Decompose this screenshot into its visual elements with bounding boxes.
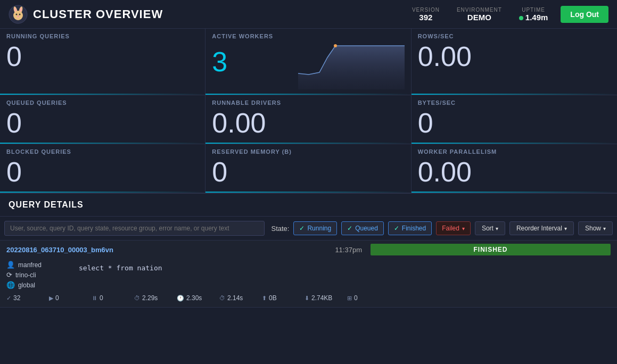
- query-time: 11:37pm: [122, 246, 362, 254]
- metric-label-reserved-memory: RESERVED MEMORY (B): [212, 148, 404, 155]
- query-id[interactable]: 20220816_063710_00003_bm6vn: [6, 246, 113, 254]
- metric-underline-active: [205, 94, 410, 95]
- metric-underline-bytes: [412, 143, 617, 144]
- metric-value-running: 0: [6, 42, 199, 72]
- header: CLUSTER OVERVIEW VERSION 392 ENVIRONMENT…: [0, 0, 617, 29]
- filter-queued-button[interactable]: ✓ Queued: [341, 221, 384, 235]
- metric-label-rows-sec: ROWS/SEC: [418, 33, 611, 39]
- metric-value-bytes-sec: 0: [418, 108, 611, 138]
- stat-checks: ✓ 32: [6, 293, 49, 303]
- metric-label-queued: QUEUED QUERIES: [6, 100, 199, 106]
- filter-running-button[interactable]: ✓ Running: [293, 221, 337, 235]
- sort-button[interactable]: Sort ▾: [475, 221, 505, 235]
- reorder-interval-button[interactable]: Reorder Interval ▾: [509, 221, 574, 235]
- metric-value-worker-parallelism: 0.00: [418, 157, 611, 187]
- sort-label: Sort: [482, 225, 493, 232]
- filter-finished-label: Finished: [402, 225, 426, 232]
- uptime-value: 1.49m: [519, 13, 548, 22]
- metric-label-blocked: BLOCKED QUERIES: [6, 148, 199, 155]
- environment-meta: ENVIRONMENT DEMO: [457, 7, 502, 22]
- metric-underline-blocked: [0, 192, 205, 193]
- chart-area: 3: [212, 42, 404, 89]
- logo-icon: [9, 5, 28, 24]
- svg-point-7: [19, 13, 21, 15]
- show-label: Show: [585, 225, 601, 232]
- stat-data2-value: 2.74KB: [311, 294, 332, 302]
- stat-play: ▶ 0: [49, 293, 92, 303]
- stat-data1-value: 0B: [269, 294, 277, 302]
- state-label: State:: [271, 225, 289, 233]
- metric-value-reserved-memory: 0: [212, 157, 404, 187]
- uptime-dot: [519, 16, 523, 20]
- stat-data2: ⬇ 2.74KB: [305, 293, 347, 303]
- query-source: trino-cli: [15, 271, 36, 279]
- metric-value-runnable: 0.00: [212, 108, 404, 138]
- svg-marker-10: [298, 46, 405, 89]
- uptime-meta: UPTIME 1.49m: [519, 7, 548, 22]
- metric-underline: [0, 94, 205, 95]
- finished-check-icon: ✓: [394, 225, 399, 232]
- metric-value-queued: 0: [6, 108, 199, 138]
- metric-label-running: RUNNING QUERIES: [6, 33, 199, 39]
- stat-grid: ⊞ 0: [347, 293, 390, 303]
- show-caret-icon: ▾: [603, 226, 606, 231]
- metric-underline-rows: [412, 94, 617, 95]
- play-stat-icon: ▶: [49, 295, 53, 302]
- metric-label-active-workers: ACTIVE WORKERS: [212, 33, 404, 39]
- pause-stat-icon: ⏸: [92, 295, 97, 301]
- search-input[interactable]: [4, 221, 265, 236]
- filter-running-label: Running: [307, 225, 331, 232]
- stat-grid-value: 0: [354, 294, 358, 302]
- version-value: 392: [419, 13, 432, 22]
- sort-caret-icon: ▾: [496, 226, 498, 231]
- active-workers-chart: [298, 42, 405, 89]
- metric-label-worker-parallelism: WORKER PARALLELISM: [418, 148, 611, 155]
- show-button[interactable]: Show ▾: [578, 221, 613, 235]
- metric-value-rows-sec: 0.00: [418, 42, 611, 72]
- environment-label: ENVIRONMENT: [457, 7, 502, 13]
- query-row-header: 20220816_063710_00003_bm6vn 11:37pm FINI…: [0, 241, 617, 259]
- query-user: manfred: [18, 261, 42, 269]
- version-label: VERSION: [412, 7, 440, 13]
- uptime-label: UPTIME: [522, 7, 545, 13]
- query-details-header: QUERY DETAILS: [0, 194, 617, 217]
- stat-play-value: 0: [55, 294, 59, 302]
- query-detail-row: 👤 manfred ⟳ trino-cli 🌐 global select * …: [0, 259, 617, 291]
- failed-caret-icon: ▾: [462, 226, 465, 231]
- svg-point-11: [334, 44, 337, 47]
- metric-running-queries: RUNNING QUERIES 0: [0, 29, 205, 95]
- filter-failed-label: Failed: [442, 225, 459, 232]
- logout-button[interactable]: Log Out: [561, 6, 608, 23]
- filter-finished-button[interactable]: ✓ Finished: [388, 221, 432, 235]
- metric-worker-parallelism: WORKER PARALLELISM 0.00: [412, 144, 617, 193]
- metric-queued-queries: QUEUED QUERIES 0: [0, 95, 205, 144]
- stat-time2-value: 2.30s: [186, 294, 202, 302]
- reorder-caret-icon: ▾: [564, 226, 567, 231]
- stat-pause: ⏸ 0: [92, 293, 134, 303]
- filter-failed-button[interactable]: Failed ▾: [436, 221, 471, 235]
- query-section: QUERY DETAILS State: ✓ Running ✓ Queued …: [0, 194, 617, 308]
- filter-bar: State: ✓ Running ✓ Queued ✓ Finished Fai…: [0, 217, 617, 241]
- grid-stat-icon: ⊞: [347, 295, 352, 302]
- metric-rows-sec: ROWS/SEC 0.00: [412, 29, 617, 95]
- version-meta: VERSION 392: [412, 7, 440, 22]
- metric-value-active-workers: 3: [212, 46, 227, 78]
- data2-icon: ⬇: [305, 295, 309, 302]
- user-item-user: 👤 manfred: [6, 261, 70, 269]
- timer3-icon: ⏱: [219, 295, 225, 301]
- metrics-grid: RUNNING QUERIES 0 ACTIVE WORKERS 3: [0, 29, 617, 194]
- query-row: 20220816_063710_00003_bm6vn 11:37pm FINI…: [0, 241, 617, 308]
- query-resource-group: global: [18, 282, 35, 289]
- stat-time2: 🕐 2.30s: [177, 293, 219, 303]
- filter-queued-label: Queued: [355, 225, 378, 232]
- metric-reserved-memory: RESERVED MEMORY (B) 0: [205, 144, 411, 193]
- query-section-title: QUERY DETAILS: [9, 200, 84, 209]
- data1-icon: ⬆: [262, 295, 267, 302]
- logo: CLUSTER OVERVIEW: [9, 5, 163, 24]
- metric-active-workers: ACTIVE WORKERS 3: [205, 29, 411, 95]
- stat-pause-value: 0: [100, 294, 103, 302]
- user-item-source: ⟳ trino-cli: [6, 271, 70, 279]
- stat-checks-value: 32: [13, 294, 20, 302]
- query-stats: ✓ 32 ▶ 0 ⏸ 0 ⏱ 2.29s 🕐 2.30s ⏱ 2.14s: [0, 291, 617, 307]
- group-icon: 🌐: [6, 281, 15, 289]
